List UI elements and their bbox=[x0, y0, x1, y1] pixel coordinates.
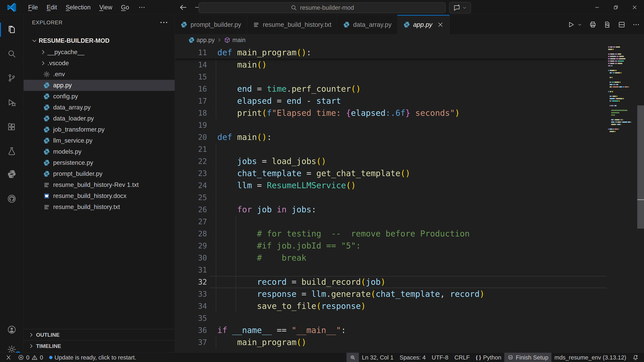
minimap-line bbox=[608, 56, 624, 57]
section-timeline[interactable]: TIMELINE bbox=[24, 340, 174, 352]
tree-item-llm-service-py[interactable]: llm_service.py bbox=[24, 135, 175, 146]
activity-explorer[interactable] bbox=[0, 20, 24, 39]
indent-guide bbox=[216, 288, 216, 300]
tree-item--vscode[interactable]: .vscode bbox=[24, 58, 175, 69]
status-copilot-setup[interactable]: Finish Setup bbox=[504, 353, 552, 362]
tab-prompt-builder-py[interactable]: prompt_builder.py bbox=[175, 15, 247, 34]
tab-app-py[interactable]: app.py bbox=[398, 15, 450, 34]
status-python-interpreter[interactable]: mds_resume_env (3.13.12) bbox=[552, 353, 629, 362]
activity-source-control[interactable] bbox=[0, 68, 24, 87]
split-editor-icon[interactable] bbox=[618, 21, 626, 28]
menu-more-icon[interactable] bbox=[134, 2, 150, 13]
status-cursor-position[interactable]: Ln 32, Col 1 bbox=[359, 353, 397, 362]
sticky-scroll-line[interactable]: 11def main_program(): bbox=[175, 46, 607, 59]
status-problems[interactable]: 00 bbox=[15, 353, 46, 362]
explorer-more-actions-icon[interactable] bbox=[159, 18, 168, 27]
search-icon bbox=[290, 4, 297, 11]
editor-scrollbar[interactable] bbox=[637, 45, 644, 353]
tree-item-resume-build-history-txt[interactable]: resume_build_history.txt bbox=[24, 201, 175, 213]
indent-guide bbox=[216, 240, 216, 252]
indent-guide bbox=[216, 300, 216, 312]
indent-guide bbox=[216, 204, 216, 216]
status-remote-indicator[interactable] bbox=[2, 353, 15, 362]
menu-bar: FileEditSelectionViewGo bbox=[24, 2, 134, 12]
code-line-27: 27 bbox=[175, 216, 607, 228]
breadcrumb-file[interactable]: app.py bbox=[196, 36, 215, 43]
tree-item-label: data_loader.py bbox=[53, 115, 94, 122]
scrollbar-cursor-marker bbox=[637, 199, 644, 200]
activity-run-and-debug[interactable] bbox=[0, 93, 24, 112]
py-file-icon bbox=[180, 21, 188, 28]
tree-item-label: data_array.py bbox=[53, 104, 91, 111]
activity-search[interactable] bbox=[0, 44, 24, 63]
tree-item-data-array-py[interactable]: data_array.py bbox=[24, 102, 175, 113]
menu-view[interactable]: View bbox=[95, 2, 116, 12]
tab-close-icon[interactable] bbox=[437, 21, 444, 28]
tree-item-resume-build-history-rev-1-txt[interactable]: resume_build_history-Rev 1.txt bbox=[24, 179, 175, 190]
command-center-search[interactable]: resume-builder-mod bbox=[199, 2, 446, 13]
search-editor-icon[interactable] bbox=[604, 21, 611, 28]
tab-data-array-py[interactable]: data_array.py bbox=[337, 15, 398, 34]
indent-guide bbox=[216, 276, 216, 288]
line-number: 16 bbox=[175, 83, 207, 95]
line-number: 23 bbox=[175, 167, 207, 179]
menu-selection[interactable]: Selection bbox=[62, 2, 95, 12]
code-editor[interactable]: 14 main()1516 end = time.perf_counter()1… bbox=[175, 45, 644, 353]
tree-item-persistence-py[interactable]: persistence.py bbox=[24, 157, 175, 168]
tree-item-data-loader-py[interactable]: data_loader.py bbox=[24, 113, 175, 124]
minimize-button[interactable] bbox=[588, 0, 606, 15]
minimap-line bbox=[608, 70, 616, 71]
tree-item-job-transformer-py[interactable]: job_transformer.py bbox=[24, 124, 175, 135]
status-eol[interactable]: CRLF bbox=[451, 353, 472, 362]
indent-guide bbox=[216, 192, 216, 204]
status-language-mode[interactable]: { }Python bbox=[473, 353, 504, 362]
menu-file[interactable]: File bbox=[24, 2, 42, 12]
code-line-24: 24 llm = ResumeLLMService() bbox=[175, 179, 607, 192]
scrollbar-thumb[interactable] bbox=[637, 105, 644, 229]
status-update-message[interactable]: Update is ready, click to restart. bbox=[46, 353, 139, 362]
menu-go[interactable]: Go bbox=[117, 2, 134, 12]
status-text: 0 bbox=[40, 354, 43, 361]
chevron-right-icon bbox=[40, 60, 46, 66]
run-dropdown-icon[interactable] bbox=[577, 22, 582, 27]
tree-item-models-py[interactable]: models.py bbox=[24, 146, 175, 157]
minimap[interactable] bbox=[607, 45, 637, 353]
more-actions-icon[interactable] bbox=[632, 21, 640, 28]
restore-button[interactable] bbox=[606, 0, 625, 15]
copilot-chat-button[interactable] bbox=[449, 2, 471, 13]
print-icon[interactable] bbox=[589, 21, 597, 28]
code-line-21: 21 bbox=[175, 143, 607, 155]
tree-item-config-py[interactable]: config.py bbox=[24, 91, 175, 102]
python-icon bbox=[7, 169, 16, 179]
activity-python[interactable] bbox=[0, 165, 24, 184]
tab-resume-build-history-txt[interactable]: resume_build_history.txt bbox=[247, 15, 337, 34]
tree-item-app-py[interactable]: app.py bbox=[24, 80, 175, 91]
status-indentation[interactable]: Spaces: 4 bbox=[397, 353, 429, 362]
indent-guide bbox=[216, 179, 216, 192]
tree-item-label: resume_build_history.docx bbox=[53, 192, 126, 199]
tree-item--pycache-[interactable]: __pycache__ bbox=[24, 46, 175, 58]
status-notifications[interactable] bbox=[629, 353, 642, 362]
activity-accounts[interactable] bbox=[0, 320, 24, 339]
status-encoding[interactable]: UTF-8 bbox=[429, 353, 451, 362]
indent-guide bbox=[216, 167, 216, 179]
close-button[interactable] bbox=[625, 0, 644, 15]
svg-text:W: W bbox=[45, 194, 48, 198]
status-zoom-indicator[interactable] bbox=[346, 353, 359, 362]
code-line-20: 20def main(): bbox=[175, 131, 607, 143]
status-bar: 00Update is ready, click to restart. Ln … bbox=[0, 353, 644, 362]
tree-item--env[interactable]: .env bbox=[24, 69, 175, 80]
code-line-19: 19 bbox=[175, 119, 607, 131]
breadcrumb-symbol[interactable]: main bbox=[232, 36, 246, 43]
tree-item-prompt-builder-py[interactable]: prompt_builder.py bbox=[24, 168, 175, 179]
back-arrow-icon[interactable] bbox=[179, 3, 188, 12]
menu-edit[interactable]: Edit bbox=[42, 2, 62, 12]
tree-item-resume-build-history-docx[interactable]: Wresume_build_history.docx bbox=[24, 190, 175, 201]
activity-github[interactable] bbox=[0, 189, 24, 208]
status-text: 0 bbox=[26, 354, 29, 361]
section-outline[interactable]: OUTLINE bbox=[24, 329, 174, 340]
run-python-icon[interactable] bbox=[567, 21, 575, 28]
activity-testing[interactable] bbox=[0, 142, 24, 161]
activity-extensions[interactable] bbox=[0, 118, 24, 136]
tree-root-folder[interactable]: RESUME-BUILDER-MOD bbox=[24, 35, 175, 46]
